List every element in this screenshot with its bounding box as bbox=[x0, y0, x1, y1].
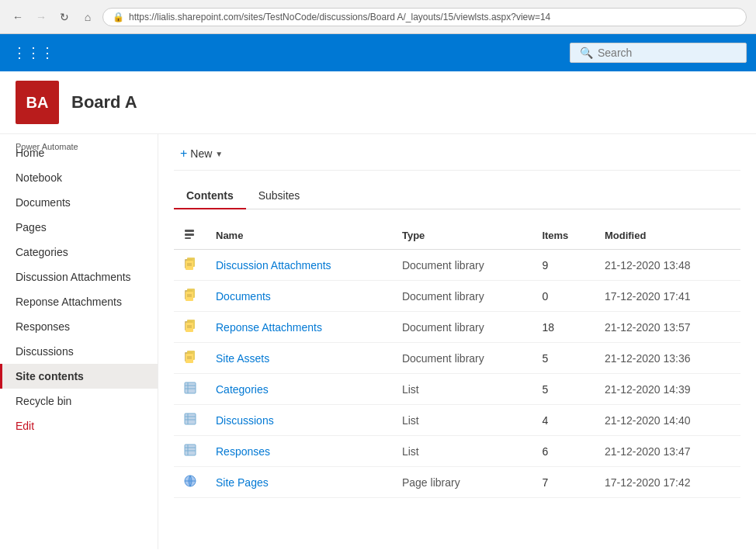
forward-button[interactable]: → bbox=[33, 9, 50, 26]
table-row: Discussions List 4 21-12-2020 14:40 bbox=[174, 405, 740, 436]
plus-icon: + bbox=[180, 147, 187, 161]
reload-button[interactable]: ↻ bbox=[56, 9, 73, 26]
app-bar: ⋮⋮⋮ 🔍 bbox=[0, 34, 756, 71]
tab-contents[interactable]: Contents bbox=[174, 183, 246, 209]
row-items-discussion-attachments: 9 bbox=[532, 250, 595, 281]
sidebar-item-notebook[interactable]: Notebook bbox=[0, 165, 158, 190]
row-type-discussion-attachments: Document library bbox=[393, 250, 532, 281]
back-button[interactable]: ← bbox=[9, 9, 26, 26]
row-name-discussions: Discussions bbox=[206, 405, 393, 436]
tabs: ContentsSubsites bbox=[174, 183, 740, 209]
new-label: New bbox=[190, 147, 212, 160]
row-name-reponse-attachments: Reponse Attachments bbox=[206, 312, 393, 343]
row-modified-categories: 21-12-2020 14:39 bbox=[595, 374, 740, 405]
row-icon-responses bbox=[174, 436, 206, 467]
svg-rect-0 bbox=[185, 230, 194, 232]
url-text: https://lialis.sharepoint.com/sites/Test… bbox=[129, 12, 550, 22]
row-modified-responses: 21-12-2020 13:47 bbox=[595, 436, 740, 467]
row-items-site-assets: 5 bbox=[532, 343, 595, 374]
search-box: 🔍 bbox=[570, 43, 747, 63]
table-row: Documents Document library 0 17-12-2020 … bbox=[174, 281, 740, 312]
sidebar-item-documents[interactable]: Documents bbox=[0, 190, 158, 215]
sidebar-item-recycle-bin[interactable]: Recycle bin bbox=[0, 389, 158, 413]
row-type-site-pages: Page library bbox=[393, 467, 532, 498]
row-link-discussion-attachments[interactable]: Discussion Attachments bbox=[216, 259, 331, 272]
row-type-discussions: List bbox=[393, 405, 532, 436]
sidebar-item-reponse-attachments[interactable]: Reponse Attachments bbox=[0, 289, 158, 314]
row-items-categories: 5 bbox=[532, 374, 595, 405]
waffle-icon[interactable]: ⋮⋮⋮ bbox=[9, 41, 57, 64]
row-items-documents: 0 bbox=[532, 281, 595, 312]
sidebar-item-discussion-attachments[interactable]: Discussion Attachments bbox=[0, 265, 158, 289]
address-bar: 🔒 https://lialis.sharepoint.com/sites/Te… bbox=[102, 8, 747, 26]
row-icon-site-assets bbox=[174, 343, 206, 374]
row-modified-site-assets: 21-12-2020 13:36 bbox=[595, 343, 740, 374]
row-name-site-pages: Site Pages bbox=[206, 467, 393, 498]
table-row: Site Pages Page library 7 17-12-2020 17:… bbox=[174, 467, 740, 498]
row-link-discussions[interactable]: Discussions bbox=[216, 414, 274, 427]
table-row: Discussion Attachments Document library … bbox=[174, 250, 740, 281]
site-logo: BA bbox=[16, 81, 59, 124]
row-items-site-pages: 7 bbox=[532, 467, 595, 498]
sidebar-item-discussions[interactable]: Discussions bbox=[0, 339, 158, 364]
row-items-reponse-attachments: 18 bbox=[532, 312, 595, 343]
sidebar: HomeNotebookDocumentsPagesCategoriesDisc… bbox=[0, 134, 158, 549]
svg-rect-2 bbox=[185, 237, 191, 239]
svg-rect-23 bbox=[185, 382, 196, 393]
sidebar-item-site-contents[interactable]: Site contents bbox=[0, 364, 158, 389]
content-area: + New ▼ ContentsSubsites Name Type Items… bbox=[158, 134, 756, 549]
svg-rect-1 bbox=[185, 233, 194, 236]
th-items: Items bbox=[532, 222, 595, 250]
row-link-responses[interactable]: Responses bbox=[216, 445, 270, 458]
row-icon-reponse-attachments bbox=[174, 312, 206, 343]
row-name-responses: Responses bbox=[206, 436, 393, 467]
svg-rect-31 bbox=[185, 444, 196, 455]
new-button[interactable]: + New ▼ bbox=[174, 144, 229, 164]
search-icon: 🔍 bbox=[580, 47, 593, 59]
th-modified: Modified bbox=[595, 222, 740, 250]
th-name: Name bbox=[206, 222, 393, 250]
site-header: Power Automate BA Board A bbox=[0, 71, 756, 134]
row-type-categories: List bbox=[393, 374, 532, 405]
row-name-categories: Categories bbox=[206, 374, 393, 405]
th-icon bbox=[174, 222, 206, 250]
row-link-reponse-attachments[interactable]: Reponse Attachments bbox=[216, 321, 322, 334]
row-link-categories[interactable]: Categories bbox=[216, 383, 269, 396]
lock-icon: 🔒 bbox=[113, 12, 124, 22]
row-link-documents[interactable]: Documents bbox=[216, 290, 271, 303]
row-name-site-assets: Site Assets bbox=[206, 343, 393, 374]
row-modified-documents: 17-12-2020 17:41 bbox=[595, 281, 740, 312]
row-modified-site-pages: 17-12-2020 17:42 bbox=[595, 467, 740, 498]
search-input[interactable] bbox=[598, 47, 730, 59]
row-items-discussions: 4 bbox=[532, 405, 595, 436]
row-modified-discussions: 21-12-2020 14:40 bbox=[595, 405, 740, 436]
sidebar-item-categories[interactable]: Categories bbox=[0, 240, 158, 265]
home-button[interactable]: ⌂ bbox=[79, 9, 96, 26]
chevron-down-icon: ▼ bbox=[215, 150, 223, 158]
row-name-documents: Documents bbox=[206, 281, 393, 312]
tab-subsites[interactable]: Subsites bbox=[246, 183, 313, 209]
row-icon-discussions bbox=[174, 405, 206, 436]
row-icon-documents bbox=[174, 281, 206, 312]
row-modified-discussion-attachments: 21-12-2020 13:48 bbox=[595, 250, 740, 281]
row-link-site-assets[interactable]: Site Assets bbox=[216, 352, 269, 365]
row-type-site-assets: Document library bbox=[393, 343, 532, 374]
row-type-documents: Document library bbox=[393, 281, 532, 312]
row-items-responses: 6 bbox=[532, 436, 595, 467]
table-row: Responses List 6 21-12-2020 13:47 bbox=[174, 436, 740, 467]
sidebar-item-responses[interactable]: Responses bbox=[0, 314, 158, 339]
row-type-responses: List bbox=[393, 436, 532, 467]
row-type-reponse-attachments: Document library bbox=[393, 312, 532, 343]
sidebar-item-pages[interactable]: Pages bbox=[0, 215, 158, 240]
main-layout: HomeNotebookDocumentsPagesCategoriesDisc… bbox=[0, 134, 756, 549]
table-row: Site Assets Document library 5 21-12-202… bbox=[174, 343, 740, 374]
row-icon-discussion-attachments bbox=[174, 250, 206, 281]
site-title: Board A bbox=[71, 92, 137, 112]
content-table: Name Type Items Modified Discussion Atta… bbox=[174, 222, 740, 498]
sidebar-item-edit[interactable]: Edit bbox=[0, 413, 158, 438]
row-icon-categories bbox=[174, 374, 206, 405]
power-automate-label: Power Automate bbox=[16, 142, 78, 151]
row-link-site-pages[interactable]: Site Pages bbox=[216, 476, 269, 489]
browser-chrome: ← → ↻ ⌂ 🔒 https://lialis.sharepoint.com/… bbox=[0, 0, 756, 34]
row-modified-reponse-attachments: 21-12-2020 13:57 bbox=[595, 312, 740, 343]
